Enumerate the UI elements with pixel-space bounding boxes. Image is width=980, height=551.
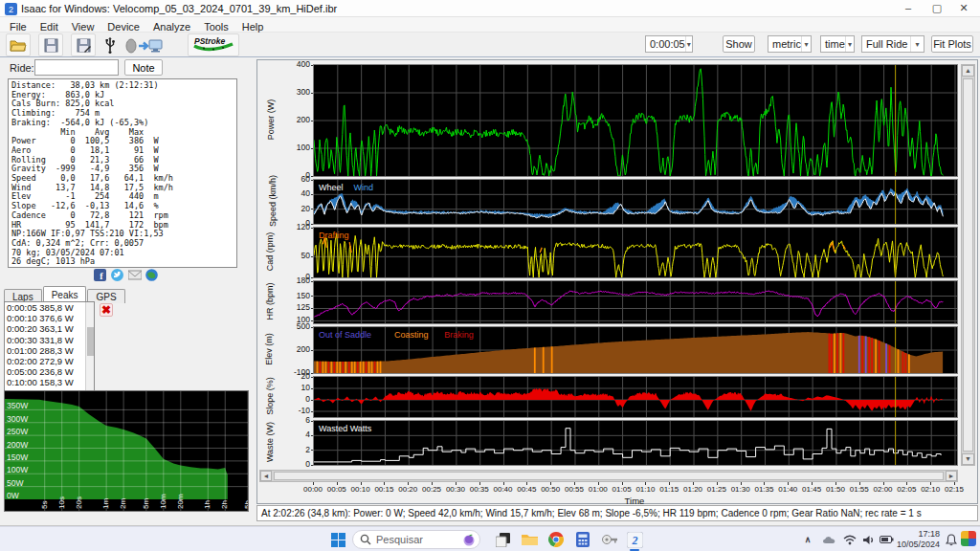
volume-icon[interactable]: [861, 532, 877, 547]
scroll-down-icon[interactable]: ▼: [962, 453, 974, 465]
peaks-list-item[interactable]: 0:00:20 363,1 W: [5, 323, 94, 334]
scroll-left-icon[interactable]: ◄: [260, 471, 272, 481]
slope-tick-label: -10: [299, 406, 310, 415]
scrollbar-thumb[interactable]: [87, 327, 94, 356]
peaks-list-item[interactable]: 0:01:00 288,3 W: [5, 345, 94, 356]
folder-icon: [522, 533, 538, 546]
peaks-list-item[interactable]: 0:00:30 331,8 W: [5, 335, 94, 345]
taskbar-search[interactable]: Pesquisar: [352, 530, 480, 549]
elev-axis-label: Elev (m): [264, 333, 274, 365]
menu-file[interactable]: File: [3, 20, 33, 33]
facebook-icon[interactable]: f: [94, 269, 107, 281]
isaac-app-button[interactable]: 2: [626, 531, 643, 548]
scroll-up-icon[interactable]: ▲: [962, 65, 974, 77]
save-as-button[interactable]: [71, 33, 96, 56]
email-icon[interactable]: [128, 269, 142, 281]
menu-device[interactable]: Device: [100, 20, 146, 33]
waste-plot[interactable]: Wasted Watts: [313, 420, 958, 466]
cadence-axis-label: Cad (rpm): [265, 232, 275, 272]
password-manager-button[interactable]: [601, 531, 618, 548]
charts-vertical-scrollbar[interactable]: ▲ ▼: [961, 64, 975, 466]
peaks-list-item[interactable]: 0:00:05 385,8 W: [5, 302, 94, 313]
menu-tools[interactable]: Tools: [197, 20, 235, 33]
start-button[interactable]: [329, 531, 346, 548]
peaks-list-item[interactable]: 0:05:00 236,8 W: [5, 366, 94, 377]
elev-tick-label: 500: [297, 321, 310, 331]
minimize-button[interactable]: –: [896, 1, 921, 16]
hr-tick-label: 180: [297, 276, 310, 285]
menu-view[interactable]: View: [65, 20, 101, 33]
chevron-down-icon: ▾: [845, 36, 854, 52]
fit-plots-button[interactable]: Fit Plots: [931, 35, 973, 53]
task-view-icon: [496, 533, 510, 547]
svg-text:2: 2: [9, 5, 13, 14]
file-explorer-button[interactable]: [521, 531, 538, 548]
scrollbar-thumb[interactable]: [963, 78, 973, 452]
svg-text:2: 2: [631, 534, 637, 547]
pd-ytick-label: 0W: [7, 491, 19, 500]
usb-device-button[interactable]: [101, 33, 119, 56]
delete-peak-button[interactable]: ✖: [100, 303, 113, 317]
power-plot[interactable]: [313, 64, 958, 177]
ride-stats-text: Distance: 38,03 km (2:12:31) Energy: 863…: [11, 81, 234, 267]
peaks-list-item[interactable]: 0:10:00 158,3 W: [5, 377, 94, 387]
pd-ytick-label: 200W: [7, 440, 28, 450]
peaks-list-item[interactable]: 0:00:10 376,6 W: [5, 313, 94, 323]
speed-legend-wheel: Wheel: [319, 183, 344, 192]
download-from-device-button[interactable]: [122, 33, 165, 56]
open-file-button[interactable]: [6, 33, 31, 56]
google-earth-icon[interactable]: [145, 269, 159, 281]
calculator-button[interactable]: [574, 531, 591, 548]
search-placeholder: Pesquisar: [376, 534, 462, 545]
tray-chevron-up-icon[interactable]: ∧: [800, 532, 815, 547]
speed-axis: Speed (km/h)0204060: [259, 179, 313, 223]
twitter-icon[interactable]: [111, 269, 124, 281]
color-app-icon[interactable]: [961, 531, 976, 546]
chrome-button[interactable]: [547, 531, 565, 548]
peak-duration-combo[interactable]: 0:00:05▾: [645, 35, 693, 53]
slope-tick-label: 0: [305, 394, 310, 404]
xaxis-combo[interactable]: time▾: [820, 35, 855, 53]
isaac-app-icon: 2: [627, 532, 643, 548]
waste-axis: Waste (W)0246: [259, 420, 313, 464]
range-combo[interactable]: Full Ride▾: [861, 35, 924, 53]
menu-edit[interactable]: Edit: [33, 20, 65, 33]
close-button[interactable]: ✕: [951, 1, 976, 16]
slope-plot[interactable]: [313, 376, 958, 418]
save-button[interactable]: [38, 33, 63, 56]
charts-horizontal-scrollbar[interactable]: ◄ ►: [259, 470, 958, 482]
pd-ytick-label: 300W: [7, 414, 28, 424]
power-tick-label: 100: [297, 143, 310, 152]
task-view-button[interactable]: [494, 531, 511, 548]
power-axis-label: Power (W): [266, 99, 276, 141]
speed-plot[interactable]: WheelWind: [313, 179, 958, 225]
elev-legend-braking: Braking: [444, 330, 474, 340]
waste-tick-label: 0: [305, 459, 310, 469]
scroll-right-icon[interactable]: ►: [946, 471, 957, 481]
cadence-tick-label: 50: [301, 251, 310, 260]
waste-tick-label: 6: [305, 415, 310, 425]
maximize-button[interactable]: ▢: [924, 1, 949, 16]
waste-legend-wasted-watts: Wasted Watts: [319, 424, 372, 433]
show-button[interactable]: Show: [723, 35, 755, 53]
ride-name-input[interactable]: [34, 59, 119, 76]
cadence-plot[interactable]: Drafting: [313, 227, 958, 278]
elev-plot[interactable]: Out of SaddleCoastingBraking: [313, 326, 958, 374]
onedrive-cloud-icon[interactable]: [821, 532, 836, 547]
menu-analyze[interactable]: Analyze: [146, 20, 197, 33]
tab-peaks[interactable]: Peaks: [43, 286, 87, 301]
peaks-list-item[interactable]: 0:02:00 272,9 W: [5, 356, 94, 366]
units-combo[interactable]: metric▾: [768, 35, 812, 53]
taskbar-clock[interactable]: 17:18 10/05/2024: [884, 529, 940, 550]
note-button[interactable]: Note: [124, 59, 163, 76]
peaks-scrollbar[interactable]: [85, 302, 94, 390]
scrollbar-thumb[interactable]: [274, 472, 944, 480]
menu-help[interactable]: Help: [235, 20, 271, 33]
notification-bell-icon[interactable]: [944, 532, 959, 547]
wifi-icon[interactable]: [842, 532, 858, 547]
hr-plot[interactable]: [313, 280, 958, 324]
pstroke-button[interactable]: PStroke: [188, 33, 239, 56]
hr-axis-label: HR (bpm): [265, 282, 275, 320]
power-duration-chart[interactable]: 0W50W100W150W200W250W300W350W5s10s20s1m2…: [4, 390, 249, 512]
pd-xtick-label: 5h: [243, 500, 248, 509]
